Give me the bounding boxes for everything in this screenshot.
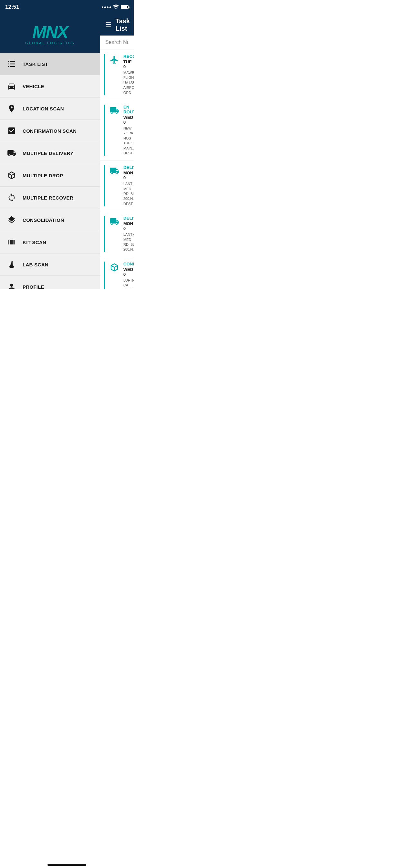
task-content: DELIVERY MON 0 LANTHEUS MED RD.,BLDG. 20… — [123, 216, 130, 252]
sidebar-item-label: TASK LIST — [23, 61, 48, 67]
search-bar — [100, 35, 134, 50]
list-icon — [6, 59, 17, 69]
status-bar: 12:51 — [0, 0, 134, 14]
task-details: LANTHEUS MED RD.,BLDG. 200,N...DEST:BED — [123, 182, 130, 206]
battery-icon — [121, 5, 128, 9]
sidebar-item-label: MULTIPLE DROP — [23, 173, 63, 178]
right-panel: ☰ Task List RECOVERY TUE 0 MAWB:FLIGHT: … — [100, 14, 134, 289]
truck-icon — [109, 104, 120, 116]
sidebar-item-multiple-drop[interactable]: MULTIPLE DROP — [0, 164, 100, 187]
box-icon — [109, 261, 120, 273]
sidebar-item-multiple-delivery[interactable]: MULTIPLE DELIVERY — [0, 142, 100, 164]
right-header: ☰ Task List — [100, 14, 134, 35]
confirm-icon — [6, 126, 17, 136]
task-item[interactable]: CONFIRMATION WED 0 LUFTHANSA CA 616,MAWB… — [100, 257, 134, 289]
task-content: CONFIRMATION WED 0 LUFTHANSA CA 616,MAWB… — [123, 261, 130, 289]
task-details: LUFTHANSA CA 616,MAWB: 020...2020,AMF O'… — [123, 278, 130, 289]
task-item[interactable]: DELIVERY MON 0 LANTHEUS MED RD.,BLDG. 20… — [100, 160, 134, 211]
truck-icon — [6, 148, 17, 158]
task-item[interactable]: EN ROUTE WED 0 NEW YORK HOS THE,5645 MAI… — [100, 100, 134, 160]
task-content: EN ROUTE WED 0 NEW YORK HOS THE,5645 MAI… — [123, 104, 130, 156]
header-title: Task List — [116, 18, 130, 32]
sidebar-item-label: MULTIPLE DELIVERY — [23, 151, 73, 156]
task-content: RECOVERY TUE 0 MAWB:FLIGHT: UA1280AIRPOR… — [123, 54, 130, 95]
task-bar — [104, 261, 105, 289]
sidebar-item-task-list[interactable]: TASK LIST — [0, 53, 100, 75]
person-icon — [6, 282, 17, 289]
task-type: RECOVERY — [123, 54, 130, 59]
task-bar — [104, 216, 105, 252]
task-details: NEW YORK HOS THE,5645 MAIN...DEST:LAX — [123, 126, 130, 156]
sidebar-item-label: MULTIPLE RECOVER — [23, 195, 73, 200]
sidebar-item-lab-scan[interactable]: LAB SCAN — [0, 253, 100, 276]
task-date: MON 0 — [123, 221, 130, 231]
wifi-icon — [113, 4, 119, 10]
sidebar: MNX GLOBAL LOGISTICS TASK LIST VEHICLE — [0, 14, 100, 289]
location-icon — [6, 103, 17, 114]
sidebar-item-label: CONFIRMATION SCAN — [23, 128, 76, 134]
recover-icon — [6, 192, 17, 203]
search-input[interactable] — [105, 39, 128, 45]
task-date: WED 0 — [123, 115, 130, 125]
truck-icon — [109, 216, 120, 227]
sidebar-item-label: CONSOLIDATION — [23, 217, 64, 223]
truck-icon — [109, 165, 120, 177]
vehicle-icon — [6, 81, 17, 91]
task-type: EN ROUTE — [123, 104, 130, 114]
status-time: 12:51 — [5, 4, 19, 10]
task-bar — [104, 54, 105, 95]
task-date: MON 0 — [123, 170, 130, 180]
task-details: MAWB:FLIGHT: UA1280AIRPORT: ORD — [123, 70, 130, 95]
task-item[interactable]: RECOVERY TUE 0 MAWB:FLIGHT: UA1280AIRPOR… — [100, 50, 134, 100]
task-bar — [104, 165, 105, 206]
task-date: WED 0 — [123, 267, 130, 277]
task-list: RECOVERY TUE 0 MAWB:FLIGHT: UA1280AIRPOR… — [100, 50, 134, 289]
task-type: DELIVERY — [123, 216, 130, 221]
sidebar-header: MNX GLOBAL LOGISTICS — [0, 14, 100, 53]
logo-brand: MNX — [32, 24, 68, 40]
hamburger-icon[interactable]: ☰ — [105, 21, 112, 28]
layers-icon — [6, 215, 17, 225]
logo-container: MNX GLOBAL LOGISTICS — [25, 24, 74, 45]
signal-icon — [102, 6, 111, 8]
sidebar-item-label: LOCATION SCAN — [23, 106, 64, 112]
task-content: DELIVERY MON 0 LANTHEUS MED RD.,BLDG. 20… — [123, 165, 130, 206]
sidebar-item-vehicle[interactable]: VEHICLE — [0, 75, 100, 97]
box-icon — [6, 170, 17, 181]
sidebar-item-label: LAB SCAN — [23, 262, 49, 268]
sidebar-item-label: PROFILE — [23, 284, 44, 290]
lab-icon — [6, 259, 17, 270]
plane-icon — [109, 54, 120, 66]
app-container: MNX GLOBAL LOGISTICS TASK LIST VEHICLE — [0, 14, 134, 289]
barcode-icon — [6, 237, 17, 247]
task-bar — [104, 104, 105, 156]
sidebar-item-profile[interactable]: PROFILE — [0, 276, 100, 289]
task-details: LANTHEUS MED RD.,BLDG. 200,N... — [123, 232, 130, 252]
sidebar-item-consolidation[interactable]: CONSOLIDATION — [0, 209, 100, 231]
task-type: DELIVERY — [123, 165, 130, 170]
sidebar-nav: TASK LIST VEHICLE LOCATION SCAN — [0, 53, 100, 289]
status-icons — [102, 4, 128, 10]
sidebar-item-label: VEHICLE — [23, 84, 44, 89]
task-date: TUE 0 — [123, 59, 130, 69]
sidebar-item-location-scan[interactable]: LOCATION SCAN — [0, 97, 100, 120]
task-item[interactable]: DELIVERY MON 0 LANTHEUS MED RD.,BLDG. 20… — [100, 211, 134, 257]
sidebar-item-multiple-recover[interactable]: MULTIPLE RECOVER — [0, 187, 100, 209]
sidebar-item-kit-scan[interactable]: KIT SCAN — [0, 231, 100, 253]
sidebar-item-confirmation-scan[interactable]: CONFIRMATION SCAN — [0, 120, 100, 142]
task-type: CONFIRMATION — [123, 261, 130, 267]
sidebar-item-label: KIT SCAN — [23, 240, 46, 245]
logo-subtitle: GLOBAL LOGISTICS — [25, 41, 74, 45]
